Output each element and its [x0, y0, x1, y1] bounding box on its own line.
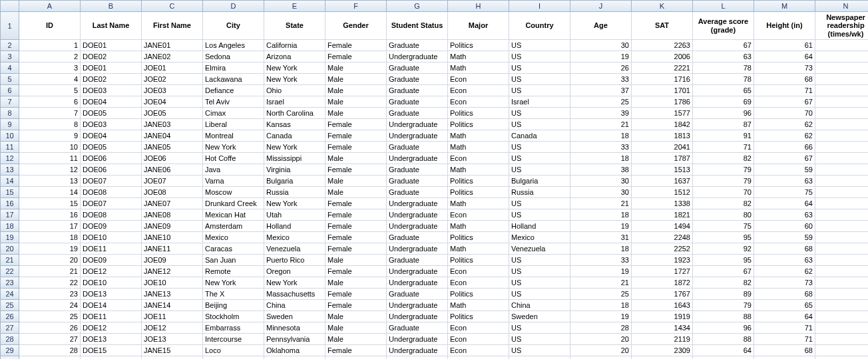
cell[interactable]: Politics — [448, 176, 509, 187]
cell[interactable]: 7 — [19, 108, 81, 119]
column-header-E[interactable]: E — [264, 1, 326, 12]
cell[interactable]: DOE01 — [81, 62, 142, 74]
cell[interactable]: 4 — [815, 176, 868, 187]
column-header-L[interactable]: L — [693, 1, 754, 12]
cell[interactable]: Econ — [448, 345, 509, 356]
cell[interactable]: Russia — [509, 187, 570, 198]
cell[interactable]: 80 — [693, 209, 754, 221]
cell[interactable]: 2 — [19, 51, 81, 62]
cell[interactable]: 2279 — [632, 356, 693, 359]
cell[interactable]: Undergraduate — [387, 51, 448, 62]
cell[interactable]: Israel — [264, 96, 326, 108]
cell[interactable]: Graduate — [387, 108, 448, 119]
cell[interactable]: 1813 — [632, 130, 693, 142]
cell[interactable]: 70 — [693, 187, 754, 198]
cell[interactable]: Male — [326, 96, 387, 108]
cell[interactable]: Buenos Aires — [203, 356, 264, 359]
header-cell[interactable]: ID — [19, 12, 81, 40]
cell[interactable]: DOE02 — [81, 74, 142, 85]
cell[interactable]: 85 — [693, 356, 754, 359]
cell[interactable]: Male — [326, 62, 387, 74]
cell[interactable]: Pennsylvania — [264, 334, 326, 345]
cell[interactable]: Argentina — [509, 356, 570, 359]
cell[interactable]: New York — [264, 198, 326, 209]
cell[interactable]: DOE12 — [81, 266, 142, 277]
cell[interactable]: Female — [326, 142, 387, 153]
cell[interactable]: DOE10 — [81, 277, 142, 289]
column-header-B[interactable]: B — [81, 1, 142, 12]
cell[interactable]: Female — [326, 119, 387, 130]
cell[interactable]: 65 — [693, 85, 754, 96]
cell[interactable]: Elmira — [203, 62, 264, 74]
cell[interactable]: US — [509, 153, 570, 164]
cell[interactable]: 79 — [693, 300, 754, 311]
cell[interactable]: Undergraduate — [387, 209, 448, 221]
cell[interactable]: JOE04 — [142, 96, 203, 108]
cell[interactable]: JOE06 — [142, 153, 203, 164]
cell[interactable]: 66 — [754, 142, 815, 153]
cell[interactable]: US — [509, 74, 570, 85]
cell[interactable]: 72 — [754, 356, 815, 359]
cell[interactable]: DOE08 — [81, 187, 142, 198]
cell[interactable]: DOE09 — [81, 255, 142, 266]
cell[interactable]: 92 — [693, 243, 754, 255]
cell[interactable]: 1434 — [632, 322, 693, 334]
cell[interactable]: US — [509, 51, 570, 62]
cell[interactable]: Los Angeles — [203, 40, 264, 51]
cell[interactable]: 1923 — [632, 255, 693, 266]
row-header-14[interactable]: 14 — [1, 176, 19, 187]
cell[interactable]: 69 — [693, 96, 754, 108]
cell[interactable]: 1716 — [632, 74, 693, 85]
cell[interactable]: Econ — [448, 74, 509, 85]
cell[interactable]: 6 — [19, 96, 81, 108]
cell[interactable]: New York — [264, 142, 326, 153]
cell[interactable]: 38 — [570, 164, 632, 176]
cell[interactable]: 5 — [815, 96, 868, 108]
cell[interactable]: 5 — [815, 108, 868, 119]
cell[interactable]: US — [509, 345, 570, 356]
row-header-26[interactable]: 26 — [1, 311, 19, 322]
cell[interactable]: 67 — [693, 40, 754, 51]
cell[interactable]: US — [509, 277, 570, 289]
select-all-corner[interactable] — [1, 1, 19, 12]
cell[interactable]: Liberal — [203, 119, 264, 130]
cell[interactable]: DOE02 — [81, 51, 142, 62]
cell[interactable]: Graduate — [387, 322, 448, 334]
cell[interactable]: Female — [326, 164, 387, 176]
cell[interactable]: 29 — [19, 356, 81, 359]
cell[interactable]: DOE10 — [81, 232, 142, 243]
cell[interactable]: Stockholm — [203, 311, 264, 322]
cell[interactable]: Graduate — [387, 255, 448, 266]
cell[interactable]: Canada — [509, 130, 570, 142]
cell[interactable]: 12 — [19, 164, 81, 176]
cell[interactable]: DOE05 — [81, 108, 142, 119]
cell[interactable]: JANE10 — [142, 232, 203, 243]
cell[interactable]: 4 — [815, 232, 868, 243]
cell[interactable]: US — [509, 209, 570, 221]
cell[interactable]: 21 — [19, 266, 81, 277]
cell[interactable]: 1643 — [632, 300, 693, 311]
cell[interactable]: 1727 — [632, 266, 693, 277]
cell[interactable]: Math — [448, 164, 509, 176]
cell[interactable]: Montreal — [203, 130, 264, 142]
header-cell[interactable]: Height (in) — [754, 12, 815, 40]
cell[interactable]: Male — [326, 176, 387, 187]
cell[interactable]: 63 — [754, 209, 815, 221]
cell[interactable]: 73 — [754, 277, 815, 289]
cell[interactable]: 62 — [754, 119, 815, 130]
cell[interactable]: Utah — [264, 209, 326, 221]
cell[interactable]: DOE15 — [81, 345, 142, 356]
cell[interactable]: 3 — [815, 74, 868, 85]
cell[interactable]: 70 — [754, 108, 815, 119]
header-cell[interactable]: First Name — [142, 12, 203, 40]
cell[interactable]: Oklahoma — [264, 345, 326, 356]
cell[interactable]: JOE02 — [142, 74, 203, 85]
cell[interactable]: JANE14 — [142, 300, 203, 311]
cell[interactable]: 1786 — [632, 96, 693, 108]
cell[interactable]: Politics — [448, 356, 509, 359]
row-header-18[interactable]: 18 — [1, 221, 19, 232]
cell[interactable]: 79 — [693, 176, 754, 187]
cell[interactable]: 6 — [815, 85, 868, 96]
cell[interactable]: Massachusetts — [264, 289, 326, 300]
cell[interactable]: 19 — [570, 51, 632, 62]
